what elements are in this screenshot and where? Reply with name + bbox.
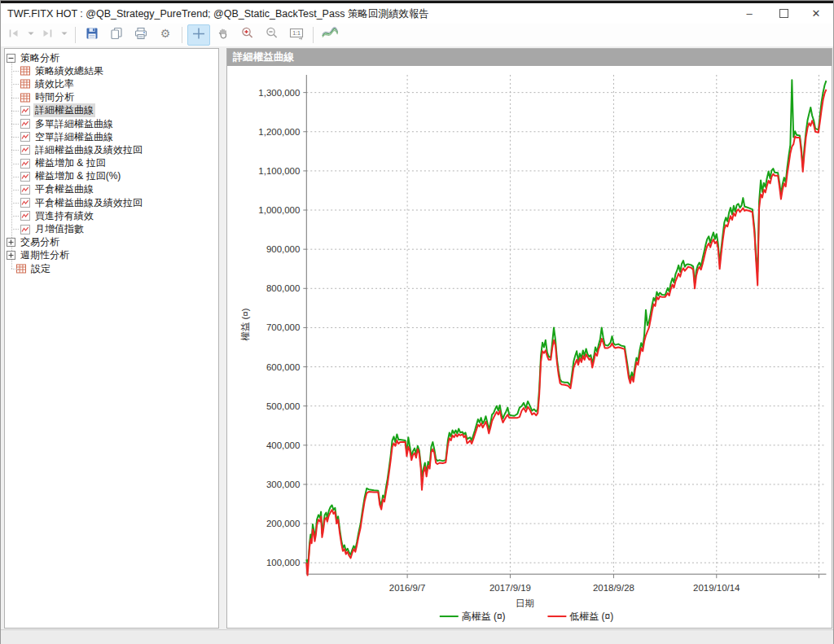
sidebar-item-12[interactable]: 買進持有績效 — [5, 209, 218, 222]
step-back-dropdown-icon[interactable] — [24, 24, 37, 46]
step-back-button[interactable] — [5, 24, 23, 46]
x-tick-label: 2019/10/14 — [693, 583, 740, 593]
sidebar-item-label: 買進持有績效 — [33, 209, 95, 223]
equity-curves-button[interactable] — [318, 24, 341, 46]
toolbar: ⚙1:1 — [1, 24, 833, 46]
y-tick-label: 1,300,000 — [258, 88, 300, 98]
low-equity-line — [306, 90, 826, 576]
curve-icon — [20, 172, 30, 182]
step-forward-icon — [40, 26, 55, 44]
panel-splitter[interactable] — [221, 48, 226, 629]
pan-icon — [216, 26, 230, 44]
sidebar-item-label: 權益增加 & 拉回(%) — [33, 169, 122, 183]
equity-curves-icon — [321, 26, 339, 44]
toolbar-separator — [313, 27, 314, 43]
sidebar-item-10[interactable]: 平倉權益曲線 — [5, 183, 218, 196]
toolbar-separator — [75, 27, 76, 43]
actual-size-button[interactable]: 1:1 — [285, 24, 308, 46]
crosshair-button[interactable] — [187, 24, 210, 46]
sidebar-item-label: 權益增加 & 拉回 — [33, 156, 108, 170]
maximize-button[interactable] — [770, 3, 797, 24]
y-tick-label: 1,200,000 — [258, 127, 300, 137]
table-icon — [20, 93, 30, 103]
y-tick-label: 1,000,000 — [258, 205, 300, 215]
content-area: 策略分析策略績效總結果績效比率時間分析詳細權益曲線多單詳細權益曲線空單詳細權益曲… — [1, 46, 833, 629]
y-tick-label: 900,000 — [266, 244, 300, 254]
close-button[interactable]: ✕ — [802, 3, 830, 24]
sidebar-item-label: 詳細權益曲線 — [33, 103, 95, 117]
sidebar-item-15[interactable]: 週期性分析 — [5, 249, 218, 262]
sidebar-item-3[interactable]: 時間分析 — [5, 91, 218, 104]
copy-report-icon — [109, 26, 124, 44]
sidebar-item-label: 策略績效總結果 — [33, 64, 105, 78]
x-axis-title: 日期 — [516, 598, 534, 608]
curve-icon — [20, 145, 30, 155]
settings-icon: ⚙ — [158, 26, 173, 44]
status-bar — [1, 629, 833, 644]
crosshair-icon — [191, 26, 206, 44]
print-icon — [134, 26, 148, 44]
sidebar-item-0[interactable]: 策略分析 — [5, 51, 218, 64]
sidebar-item-2[interactable]: 績效比率 — [5, 77, 218, 90]
app-window: TWF.FITX HOT : @QB_Strategy_PureTrend; @… — [0, 0, 834, 644]
sidebar-item-11[interactable]: 平倉權益曲線及績效拉回 — [5, 196, 218, 209]
y-tick-label: 400,000 — [266, 440, 300, 450]
x-tick-label: 2018/9/28 — [593, 583, 634, 593]
sidebar-item-label: 平倉權益曲線及績效拉回 — [33, 196, 144, 210]
settings-button[interactable]: ⚙ — [154, 24, 177, 46]
legend-low-equity-label: 低權益 (¤) — [569, 611, 613, 622]
step-forward-dropdown-icon[interactable] — [58, 24, 70, 46]
report-panel: 詳細權益曲線 100,000200,000300,000400,000500,0… — [226, 48, 832, 629]
x-tick-label: 2016/9/7 — [389, 583, 426, 593]
y-tick-label: 500,000 — [266, 401, 300, 411]
save-icon — [85, 26, 99, 44]
y-tick-label: 600,000 — [266, 362, 300, 372]
svg-text:⚙: ⚙ — [160, 27, 171, 40]
maximize-icon — [779, 9, 788, 18]
sidebar-item-label: 週期性分析 — [19, 248, 71, 262]
report-tree-panel: 策略分析策略績效總結果績效比率時間分析詳細權益曲線多單詳細權益曲線空單詳細權益曲… — [4, 48, 219, 629]
step-back-dropdown-icon — [27, 26, 35, 44]
sidebar-item-5[interactable]: 多單詳細權益曲線 — [5, 117, 218, 130]
zoom-in-button[interactable] — [236, 24, 259, 46]
sidebar-item-14[interactable]: 交易分析 — [5, 236, 218, 249]
copy-report-button[interactable] — [105, 24, 128, 46]
chart-container: 100,000200,000300,000400,000500,000600,0… — [227, 66, 832, 628]
toolbar-separator — [182, 27, 182, 43]
sidebar-item-9[interactable]: 權益增加 & 拉回(%) — [5, 170, 218, 183]
sidebar-item-label: 交易分析 — [19, 235, 61, 249]
sidebar-item-label: 空單詳細權益曲線 — [33, 130, 115, 144]
expand-box-icon[interactable] — [7, 251, 15, 260]
curve-icon — [20, 119, 30, 129]
y-tick-label: 200,000 — [266, 519, 300, 528]
sidebar-item-1[interactable]: 策略績效總結果 — [5, 64, 218, 77]
y-tick-label: 1,100,000 — [258, 166, 300, 176]
equity-curve-chart[interactable]: 100,000200,000300,000400,000500,000600,0… — [227, 66, 832, 628]
step-back-icon — [7, 26, 21, 44]
sidebar-item-label: 績效比率 — [33, 77, 76, 91]
sidebar-item-4[interactable]: 詳細權益曲線 — [5, 104, 218, 117]
sidebar-item-16[interactable]: 設定 — [5, 262, 218, 275]
y-tick-label: 800,000 — [266, 283, 300, 293]
collapse-box-icon[interactable] — [7, 54, 15, 63]
report-panel-header: 詳細權益曲線 — [227, 49, 832, 66]
sidebar-item-6[interactable]: 空單詳細權益曲線 — [5, 130, 218, 143]
sidebar-item-8[interactable]: 權益增加 & 拉回 — [5, 157, 218, 170]
sidebar-item-label: 月增值指數 — [33, 222, 86, 236]
print-button[interactable] — [129, 24, 152, 46]
sidebar-item-7[interactable]: 詳細權益曲線及績效拉回 — [5, 143, 218, 156]
expand-box-icon[interactable] — [7, 238, 15, 247]
sidebar-item-13[interactable]: 月增值指數 — [5, 222, 218, 235]
table-icon — [16, 264, 26, 274]
step-forward-button[interactable] — [38, 24, 56, 46]
curve-icon — [20, 198, 30, 208]
sidebar-item-label: 設定 — [29, 262, 52, 276]
pan-button[interactable] — [212, 24, 235, 46]
table-icon — [20, 79, 30, 89]
sidebar-item-label: 詳細權益曲線及績效拉回 — [33, 143, 144, 157]
save-button[interactable] — [81, 24, 103, 46]
zoom-in-icon — [240, 26, 255, 44]
zoom-out-button[interactable] — [261, 24, 283, 46]
minimize-button[interactable]: – — [735, 3, 763, 24]
window-title: TWF.FITX HOT : @QB_Strategy_PureTrend; @… — [7, 7, 429, 21]
